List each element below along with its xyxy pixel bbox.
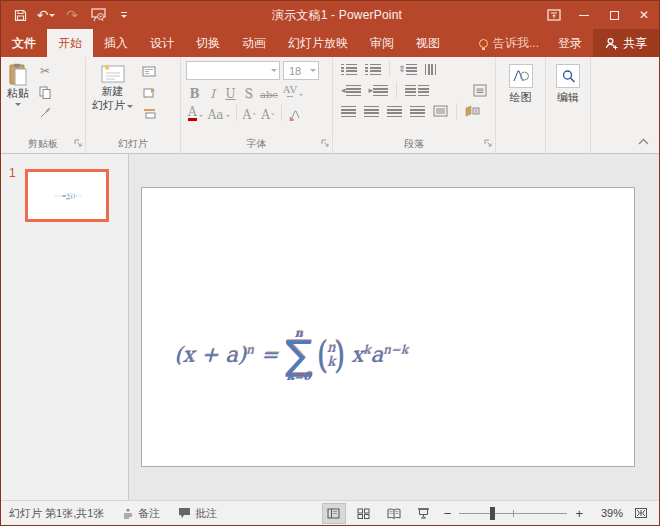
zoom-out-button[interactable]: −: [442, 506, 454, 521]
align-left-button[interactable]: [338, 102, 359, 120]
equation-equals: =: [260, 343, 278, 367]
text-direction-button[interactable]: [422, 60, 439, 78]
new-slide-dropdown-caret[interactable]: [127, 105, 133, 108]
group-clipboard: 粘贴 ✂ 剪贴板: [1, 57, 86, 153]
tell-me-box[interactable]: 告诉我...: [471, 29, 547, 57]
minimize-button[interactable]: [569, 1, 599, 29]
section-icon[interactable]: [139, 104, 159, 122]
align-right-button[interactable]: [384, 102, 405, 120]
notes-button[interactable]: 备注: [122, 506, 160, 521]
text-direction-lines: [425, 64, 436, 75]
comments-button[interactable]: 批注: [178, 506, 217, 521]
underline-button[interactable]: U: [222, 83, 239, 101]
undo-caret[interactable]: [49, 14, 55, 17]
paragraph-dialog-launcher[interactable]: [484, 133, 492, 151]
cut-icon[interactable]: ✂: [35, 62, 55, 80]
tab-insert[interactable]: 插入: [93, 29, 139, 57]
text-shadow-button[interactable]: S: [240, 83, 257, 101]
font-size-combo[interactable]: 18: [283, 61, 319, 80]
bullets-button[interactable]: [338, 60, 360, 78]
new-slide-button[interactable]: 新建 幻灯片: [88, 60, 137, 136]
window-title: 演示文稿1 - PowerPoint: [135, 7, 539, 24]
normal-view-button[interactable]: [322, 503, 346, 524]
slide-canvas[interactable]: (x + a)n = n ∑ k=0 ( n k ): [141, 187, 635, 467]
ribbon-tab-row: 文件 开始 插入 设计 切换 动画 幻灯片放映 审阅 视图 告诉我... 登录 …: [1, 29, 659, 57]
slide-sorter-view-button[interactable]: [352, 503, 376, 524]
format-painter-icon[interactable]: [35, 104, 55, 122]
distribute-button[interactable]: [430, 102, 451, 120]
numbering-button[interactable]: [362, 60, 384, 78]
character-spacing-button[interactable]: AV↔: [281, 83, 305, 101]
align-center-button[interactable]: [361, 102, 382, 120]
start-slideshow-icon[interactable]: [87, 4, 109, 26]
undo-icon[interactable]: ↶: [35, 4, 57, 26]
font-dialog-launcher[interactable]: [321, 133, 329, 151]
columns-button[interactable]: [402, 81, 432, 99]
numbering-lines: [370, 64, 381, 75]
change-case-button[interactable]: Aa: [206, 104, 232, 122]
font-rows: 18 B I U S abc AV↔ A Aa A˄: [183, 60, 330, 136]
decrease-indent-button[interactable]: ◂: [338, 81, 364, 99]
paste-button[interactable]: 粘贴: [3, 60, 33, 136]
line-spacing-button[interactable]: ⇕: [395, 60, 420, 78]
strikethrough-button[interactable]: abc: [258, 83, 280, 101]
close-button[interactable]: ✕: [629, 1, 659, 29]
increase-indent-lines: [373, 85, 388, 96]
copy-icon[interactable]: [35, 83, 55, 101]
equation[interactable]: (x + a)n = n ∑ k=0 ( n k ): [174, 328, 408, 382]
paragraph-separator-1: [389, 61, 390, 77]
increase-indent-button[interactable]: ▸: [366, 81, 392, 99]
fit-slide-to-window-button[interactable]: [629, 503, 653, 524]
reset-slide-icon[interactable]: [139, 83, 159, 101]
font-separator: [236, 105, 237, 121]
maximize-button[interactable]: [599, 1, 629, 29]
tab-home[interactable]: 开始: [47, 29, 93, 57]
clipboard-dialog-launcher[interactable]: [74, 133, 82, 151]
slide-show-button[interactable]: [412, 503, 436, 524]
tab-slideshow[interactable]: 幻灯片放映: [277, 29, 359, 57]
smartart-convert-button[interactable]: [462, 102, 483, 120]
sum-lower-limit: k=0: [286, 371, 311, 382]
align-text-button[interactable]: [470, 81, 490, 99]
reading-view-button[interactable]: [382, 503, 406, 524]
increase-font-button[interactable]: A˄: [241, 104, 259, 122]
tab-transitions[interactable]: 切换: [185, 29, 231, 57]
customize-qat-icon[interactable]: [113, 4, 135, 26]
font-color-button[interactable]: A: [186, 104, 205, 122]
clipboard-icon: [8, 63, 28, 87]
equation-lhs: (x + a)n: [174, 343, 253, 367]
ribbon-display-options-icon[interactable]: [539, 1, 569, 29]
decrease-font-button[interactable]: A˅: [259, 104, 277, 122]
tab-design[interactable]: 设计: [139, 29, 185, 57]
slide-info: 幻灯片 第1张,共1张: [9, 506, 104, 521]
slide-thumbnail[interactable]: ····=∑()···: [25, 169, 109, 222]
tab-animations[interactable]: 动画: [231, 29, 277, 57]
justify-button[interactable]: [407, 102, 428, 120]
zoom-level[interactable]: 39%: [591, 507, 623, 519]
drawing-shapes-icon: [509, 64, 533, 88]
editing-button[interactable]: 编辑: [548, 60, 588, 136]
slides-group-label: 幻灯片: [86, 137, 180, 151]
font-name-caret: [271, 69, 277, 72]
columns-left: [405, 85, 416, 96]
zoom-slider-thumb[interactable]: [490, 507, 495, 520]
collapse-ribbon-icon[interactable]: [638, 136, 649, 147]
tab-file[interactable]: 文件: [1, 29, 47, 57]
drawing-button[interactable]: 绘图: [498, 60, 543, 136]
layout-icon[interactable]: [139, 62, 159, 80]
tab-review[interactable]: 审阅: [359, 29, 405, 57]
bold-button[interactable]: B: [186, 83, 203, 101]
paragraph-group-label: 段落: [333, 137, 495, 151]
sign-in-button[interactable]: 登录: [547, 29, 593, 57]
font-name-combo[interactable]: [186, 61, 280, 80]
share-button[interactable]: 共享: [593, 29, 659, 57]
zoom-in-button[interactable]: +: [573, 506, 585, 521]
paste-dropdown-caret[interactable]: [15, 103, 21, 106]
zoom-slider[interactable]: [459, 503, 567, 524]
clear-formatting-icon[interactable]: [286, 104, 303, 122]
italic-button[interactable]: I: [204, 83, 221, 101]
line-spacing-lines: [406, 64, 417, 75]
status-right: − + 39%: [322, 503, 653, 524]
save-icon[interactable]: [9, 4, 31, 26]
tab-view[interactable]: 视图: [405, 29, 451, 57]
